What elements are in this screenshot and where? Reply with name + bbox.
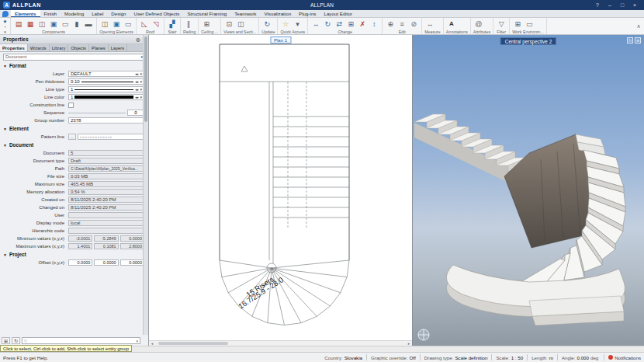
pattern-line-field[interactable]: ○○○○○○○○○○○○○: [78, 134, 144, 140]
menu-teamwork[interactable]: Teamwork: [230, 10, 260, 17]
pattern-picker-button[interactable]: …: [68, 134, 76, 140]
trim-icon[interactable]: ⊘: [408, 19, 419, 30]
panel-tool-grid-icon[interactable]: ⊞: [2, 337, 10, 344]
line-color-spin-icons[interactable]: ◂▸ ▾: [135, 95, 142, 99]
text-icon[interactable]: A: [446, 19, 457, 30]
offset-y-field[interactable]: 0.0000: [94, 259, 118, 266]
door-icon[interactable]: ◫: [36, 19, 47, 30]
rotate-icon[interactable]: ↻: [322, 19, 333, 30]
layer-spin-icons[interactable]: ◂▸ ▾: [135, 71, 142, 76]
close-button[interactable]: ×: [628, 0, 641, 10]
panel-tool-refresh-icon[interactable]: ↻: [12, 337, 20, 344]
pin-icon[interactable]: ◎: [136, 37, 140, 42]
monitor-icon[interactable]: ▭: [524, 19, 535, 30]
mini-toolbar-icon-3[interactable]: ▾: [2, 30, 9, 34]
tab-library[interactable]: Library: [50, 44, 69, 51]
quick-access-more-icon[interactable]: ▾: [292, 19, 303, 30]
angle-value[interactable]: 0.000: [576, 355, 588, 360]
sequence-value[interactable]: 0: [127, 110, 144, 116]
orbit-icon[interactable]: ↻: [627, 37, 633, 44]
move-icon[interactable]: ↔: [310, 19, 321, 30]
maximize-button[interactable]: □: [616, 0, 628, 10]
section-document[interactable]: ▼ Document: [0, 141, 148, 149]
menu-elements[interactable]: Elements: [11, 10, 40, 17]
offset-z-field[interactable]: 0.0000: [120, 259, 144, 266]
mini-toolbar-icon-2[interactable]: ＋: [2, 24, 9, 29]
minimize-button[interactable]: –: [604, 0, 616, 10]
measure-icon[interactable]: ↔: [424, 19, 435, 30]
panel-scrollbar[interactable]: [143, 35, 148, 335]
roof-frame-icon[interactable]: ◹: [151, 19, 161, 30]
allplan-droplet-icon[interactable]: [2, 11, 9, 17]
menu-structural-framing[interactable]: Structural Framing: [183, 10, 230, 17]
stair-icon[interactable]: ▞: [167, 19, 178, 30]
collapse-ribbon-icon[interactable]: ∧: [633, 18, 644, 34]
length-value[interactable]: m: [549, 355, 553, 360]
construction-line-checkbox[interactable]: [68, 103, 74, 108]
line-type-spin-icons[interactable]: ◂▸ ▾: [135, 87, 142, 92]
plan-horizontal-scrollbar[interactable]: ◂ ▸: [149, 340, 412, 346]
menu-label[interactable]: Label: [88, 10, 107, 17]
menu-visualization[interactable]: Visualization: [260, 10, 295, 17]
update-icon[interactable]: ↻: [261, 19, 272, 30]
perspective-view-tab[interactable]: Central perspective 2: [500, 37, 556, 45]
scroll-left-icon[interactable]: ◂: [149, 341, 155, 346]
tab-properties[interactable]: Properties: [0, 44, 28, 51]
door-opening-icon[interactable]: ◫: [99, 19, 110, 30]
tab-wizards[interactable]: Wizards: [28, 44, 50, 51]
window-icon[interactable]: ▣: [48, 19, 59, 30]
attributes-icon[interactable]: @: [473, 19, 484, 30]
offset-x-field[interactable]: 0.0000: [68, 259, 92, 266]
workenv-icon[interactable]: ⊞: [512, 19, 523, 30]
layer-combo[interactable]: DEFAULT ◂▸ ▾: [68, 71, 144, 77]
help-button[interactable]: ?: [591, 0, 604, 10]
selection-dropdown[interactable]: Document ▾: [3, 54, 145, 61]
perspective-viewport[interactable]: Central perspective 2 ↻ ⊕: [413, 35, 644, 346]
roof-plane-icon[interactable]: ◺: [139, 19, 150, 30]
view-icon[interactable]: ⊡: [223, 19, 234, 30]
copy-icon[interactable]: ⊞: [345, 19, 356, 30]
menu-plugins[interactable]: Plug-ins: [295, 10, 320, 17]
drawing-type-value[interactable]: Scale definition: [455, 355, 487, 360]
scroll-right-icon[interactable]: ▸: [406, 341, 412, 346]
mini-toolbar-icon-1[interactable]: ◆: [2, 19, 9, 23]
pen-spin-icons[interactable]: ◂▸ ▾: [135, 79, 142, 84]
scale-value[interactable]: 1 : 50: [511, 355, 523, 360]
section-format[interactable]: ▼ Format: [0, 61, 148, 70]
wall-icon[interactable]: ▤: [13, 19, 24, 30]
section-element[interactable]: ▼ Element: [0, 124, 148, 133]
railing-icon[interactable]: ∥: [183, 19, 194, 30]
menu-design[interactable]: Design: [107, 10, 130, 17]
section-project[interactable]: ▼ Project: [0, 250, 148, 259]
upstand-icon[interactable]: ▦: [25, 19, 36, 30]
slab-icon[interactable]: ▬: [83, 19, 94, 30]
recess-icon[interactable]: ▭: [123, 19, 133, 30]
menu-finish[interactable]: Finish: [40, 10, 61, 17]
ceiling-icon[interactable]: ⊞: [201, 19, 212, 30]
menu-modeling[interactable]: Modeling: [61, 10, 88, 17]
section-icon[interactable]: ◫: [235, 19, 246, 30]
scroll-thumb[interactable]: [158, 342, 228, 345]
opening-icon[interactable]: ▭: [60, 19, 71, 30]
tab-objects[interactable]: Objects: [68, 44, 89, 51]
graphic-override-value[interactable]: Off: [409, 355, 415, 360]
line-color-combo[interactable]: 1 ◂▸ ▾: [68, 94, 144, 100]
favorites-icon[interactable]: ☆: [280, 19, 291, 30]
tab-planes[interactable]: Planes: [89, 44, 109, 51]
entities-icon[interactable]: ≡: [396, 19, 407, 30]
sequence-slider[interactable]: [68, 113, 126, 113]
tab-layers[interactable]: Layers: [109, 44, 127, 51]
column-icon[interactable]: ▮: [71, 19, 82, 30]
line-type-combo[interactable]: 1 ◂▸ ▾: [68, 86, 144, 92]
plan-viewport[interactable]: Plan 1: [149, 35, 413, 346]
pen-thickness-combo[interactable]: 0.10 ◂▸ ▾: [68, 78, 144, 85]
stretch-icon[interactable]: ↕: [369, 19, 379, 30]
plan-view-tab[interactable]: Plan 1: [270, 37, 291, 44]
notifications-button[interactable]: Notifications: [608, 355, 641, 360]
modify-icon[interactable]: ⊕: [385, 19, 396, 30]
filter-icon[interactable]: ▽: [496, 19, 507, 30]
window-opening-icon[interactable]: ▣: [111, 19, 122, 30]
mirror-icon[interactable]: ⇄: [334, 19, 345, 30]
menu-user-defined-objects[interactable]: User Defined Objects: [130, 10, 184, 17]
delete-icon[interactable]: ✗: [357, 19, 368, 30]
